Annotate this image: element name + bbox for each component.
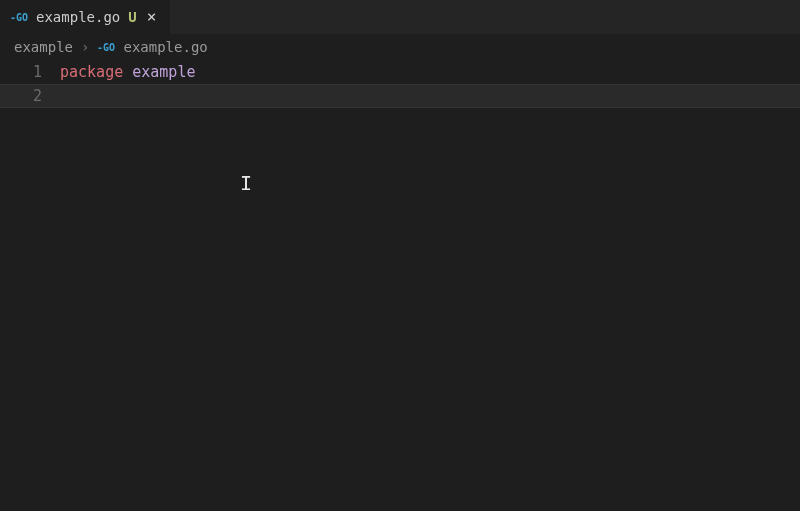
svg-text:-GO: -GO: [10, 12, 28, 23]
breadcrumb-file-label: example.go: [123, 39, 207, 55]
tab-example-go[interactable]: -GO example.go U ×: [0, 0, 170, 34]
line-number: 1: [0, 60, 60, 84]
close-icon[interactable]: ×: [143, 7, 161, 27]
tab-filename: example.go: [36, 9, 120, 25]
editor-line[interactable]: 1package example: [0, 60, 800, 84]
line-number: 2: [0, 84, 60, 108]
breadcrumb: example › -GO example.go: [0, 34, 800, 60]
tab-modified-indicator: U: [128, 9, 136, 25]
code-content[interactable]: package example: [60, 60, 800, 84]
breadcrumb-folder[interactable]: example: [14, 39, 73, 55]
svg-text:-GO: -GO: [97, 42, 115, 53]
breadcrumb-file[interactable]: -GO example.go: [97, 39, 207, 55]
editor-line[interactable]: 2: [0, 84, 800, 108]
breadcrumb-separator: ›: [81, 39, 89, 55]
tab-bar: -GO example.go U ×: [0, 0, 800, 34]
go-file-icon: -GO: [10, 11, 30, 23]
code-content[interactable]: [60, 84, 800, 108]
go-file-icon: -GO: [97, 41, 117, 53]
breadcrumb-folder-label: example: [14, 39, 73, 55]
editor[interactable]: 1package example2: [0, 60, 800, 511]
